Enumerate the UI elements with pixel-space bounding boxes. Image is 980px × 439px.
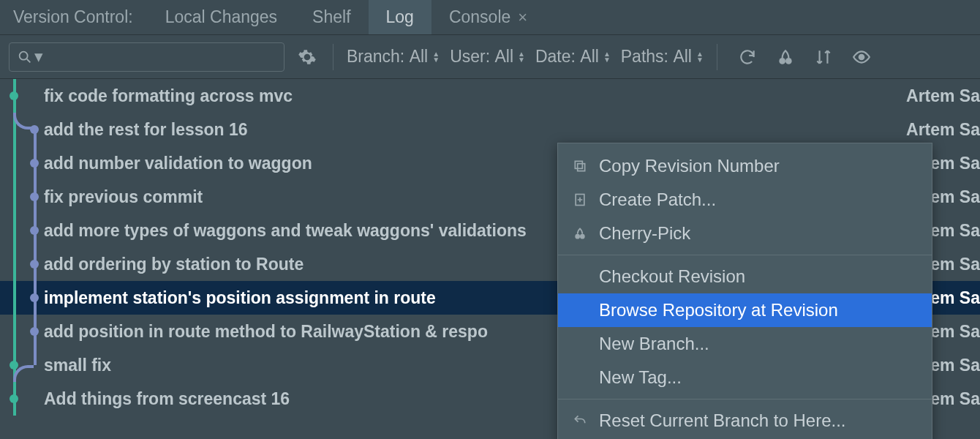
filter-label: Date: — [535, 47, 576, 67]
search-icon — [17, 49, 33, 65]
settings-button[interactable] — [295, 45, 320, 70]
graph-cell — [0, 146, 44, 180]
svg-point-0 — [20, 51, 28, 59]
menu-item[interactable]: Cherry-Pick — [558, 217, 932, 250]
eye-icon — [852, 48, 871, 67]
sort-arrows-icon: ▲▼ — [603, 51, 611, 63]
commit-row[interactable]: add the rest for lesson 16Artem Sa — [0, 113, 980, 146]
graph-cell — [0, 180, 44, 214]
filter-value: All — [673, 47, 692, 67]
cherry-pick-button[interactable] — [773, 45, 798, 70]
filter-label: Branch: — [347, 47, 404, 67]
filter-value: All — [494, 47, 513, 67]
menu-item[interactable]: Copy Revision Number — [558, 149, 932, 183]
tab-shelf[interactable]: Shelf — [295, 0, 368, 34]
close-icon[interactable]: × — [518, 8, 527, 27]
filter-label: User: — [450, 47, 490, 67]
menu-item-label: Browse Repository at Revision — [599, 300, 838, 320]
graph-cell — [0, 281, 44, 315]
graph-cell — [0, 113, 44, 146]
menu-item-label: Copy Revision Number — [599, 156, 780, 176]
gear-icon — [298, 48, 317, 67]
menu-item[interactable]: Browse Repository at Revision — [558, 293, 932, 327]
menu-item-label: New Tag... — [599, 367, 682, 388]
date-filter[interactable]: Date: All ▲▼ — [535, 47, 611, 67]
menu-separator — [558, 255, 932, 255]
tab-label: Log — [386, 7, 414, 27]
filter-value: All — [580, 47, 599, 67]
menu-item-label: Checkout Revision — [599, 266, 745, 287]
svg-point-9 — [580, 234, 585, 239]
filter-label: Paths: — [621, 47, 668, 67]
log-toolbar: ▾ Branch: All ▲▼ User: All ▲▼ Date: All … — [0, 35, 980, 79]
commit-author: Artem Sa — [892, 86, 980, 106]
vcs-tab-bar: Version Control: Local Changes Shelf Log… — [0, 0, 980, 35]
graph-cell — [0, 315, 44, 348]
sort-icon — [814, 48, 833, 67]
paths-filter[interactable]: Paths: All ▲▼ — [621, 47, 704, 67]
graph-cell — [0, 382, 44, 416]
menu-item[interactable]: New Branch... — [558, 327, 932, 361]
user-filter[interactable]: User: All ▲▼ — [450, 47, 525, 67]
sort-arrows-icon: ▲▼ — [518, 51, 525, 63]
tab-label: Local Changes — [165, 7, 277, 27]
tab-console[interactable]: Console × — [431, 0, 545, 34]
intellisort-button[interactable] — [811, 45, 836, 70]
svg-rect-6 — [575, 161, 582, 168]
context-menu: Copy Revision NumberCreate Patch...Cherr… — [557, 143, 932, 439]
graph-cell — [0, 247, 44, 281]
right-toolbar — [735, 45, 874, 70]
svg-rect-5 — [578, 164, 585, 171]
commit-message: add the rest for lesson 16 — [44, 120, 892, 140]
menu-item-label: Reset Current Branch to Here... — [599, 410, 845, 431]
sort-arrows-icon: ▲▼ — [432, 51, 440, 63]
menu-item-label: Cherry-Pick — [599, 223, 690, 244]
sort-arrows-icon: ▲▼ — [696, 51, 704, 63]
menu-item-label: Create Patch... — [599, 190, 716, 210]
chevron-down-icon: ▾ — [34, 47, 43, 67]
menu-separator — [558, 399, 932, 399]
copy-icon — [571, 159, 589, 173]
svg-point-2 — [779, 58, 785, 64]
svg-point-3 — [785, 58, 792, 64]
separator — [333, 44, 333, 70]
refresh-button[interactable] — [735, 45, 760, 70]
menu-item-label: New Branch... — [599, 334, 709, 354]
preview-button[interactable] — [849, 45, 874, 70]
patch-icon — [571, 192, 589, 207]
filter-value: All — [410, 47, 429, 67]
commit-author: Artem Sa — [892, 120, 980, 140]
tab-label: Console — [449, 7, 510, 27]
undo-icon — [571, 413, 589, 428]
separator — [717, 44, 717, 70]
panel-title: Version Control: — [0, 7, 148, 27]
tab-local-changes[interactable]: Local Changes — [148, 0, 295, 34]
refresh-icon — [738, 48, 757, 67]
cherry-icon — [571, 226, 589, 241]
graph-cell — [0, 214, 44, 247]
svg-point-4 — [859, 54, 864, 59]
menu-item[interactable]: Checkout Revision — [558, 260, 932, 293]
menu-item[interactable]: Create Patch... — [558, 183, 932, 217]
menu-item[interactable]: Reset Current Branch to Here... — [558, 404, 932, 438]
commit-row[interactable]: fix code formatting across mvcArtem Sa — [0, 79, 980, 113]
menu-item[interactable]: New Tag... — [558, 361, 932, 394]
graph-cell — [0, 79, 44, 113]
search-input[interactable]: ▾ — [9, 42, 284, 72]
branch-filter[interactable]: Branch: All ▲▼ — [347, 47, 440, 67]
commit-message: fix code formatting across mvc — [44, 86, 892, 106]
cherry-icon — [776, 48, 795, 67]
tab-label: Shelf — [312, 7, 350, 27]
svg-line-1 — [27, 59, 31, 62]
svg-point-8 — [575, 234, 580, 239]
tab-log[interactable]: Log — [369, 0, 431, 34]
graph-cell — [0, 348, 44, 382]
